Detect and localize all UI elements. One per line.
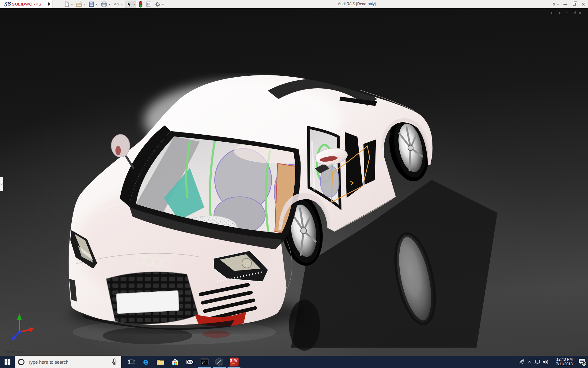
options-gear-icon — [155, 1, 161, 7]
solidworks-logo: ƷS SOLIDWORKS — [0, 0, 53, 8]
search-placeholder: Type here to search — [28, 359, 69, 365]
select-cursor-icon — [126, 1, 132, 7]
restore-button[interactable] — [570, 0, 579, 8]
window-title: Audi R8 S [Read-only] — [338, 2, 376, 6]
network-button[interactable] — [533, 356, 541, 368]
hidden-icons-chevron[interactable] — [526, 356, 533, 368]
windows-logo-icon — [4, 358, 11, 365]
start-button[interactable] — [0, 356, 15, 368]
brand-works: WORKS — [25, 2, 41, 6]
undo-icon — [113, 1, 120, 7]
featuremanager-flyout-tab[interactable] — [0, 177, 3, 191]
cortana-icon[interactable] — [18, 359, 24, 365]
options-dropdown-caret[interactable] — [162, 4, 164, 5]
open-dropdown-caret[interactable] — [83, 4, 86, 5]
document-window-controls: ✕ — [548, 10, 584, 16]
action-center-button[interactable]: 2 — [576, 356, 588, 368]
action-center-icon: 2 — [577, 357, 586, 366]
select-dropdown-caret[interactable] — [133, 4, 135, 5]
restore-icon — [573, 3, 576, 6]
speaker-icon — [542, 358, 549, 366]
network-icon — [534, 358, 541, 366]
command-prompt-icon: C:\ — [200, 358, 209, 366]
open-document-button[interactable] — [75, 1, 87, 8]
task-view-button[interactable] — [124, 356, 138, 368]
doc-close-button[interactable]: ✕ — [577, 10, 584, 16]
doc-restore-icon — [572, 12, 575, 14]
print-dropdown-caret[interactable] — [108, 4, 111, 5]
new-document-button[interactable] — [63, 1, 74, 8]
taskbar-app-file-explorer[interactable] — [153, 356, 168, 368]
taskbar-app-edge[interactable]: e — [138, 356, 153, 368]
minimize-button[interactable] — [560, 0, 570, 8]
flyout-arrow-icon — [1, 183, 2, 185]
menu-flyout-arrow-icon[interactable] — [48, 2, 50, 6]
graphics-area[interactable]: ✕ — [0, 8, 588, 356]
volume-button[interactable] — [541, 356, 549, 368]
taskbar-app-mail[interactable] — [183, 356, 197, 368]
people-button[interactable] — [518, 356, 526, 368]
taskbar: Type here to search e — [0, 356, 588, 368]
undo-dropdown-caret[interactable] — [121, 4, 123, 5]
system-tray: 12:43 PM 7/11/2018 2 — [518, 356, 588, 368]
select-tool-button[interactable] — [125, 1, 136, 8]
close-button[interactable]: ✕ — [579, 0, 588, 8]
ds-logo-glyph: ƷS — [4, 1, 11, 7]
new-document-icon — [64, 1, 70, 7]
mail-icon — [186, 358, 194, 366]
rebuild-button[interactable] — [137, 1, 144, 8]
orientation-triad — [11, 313, 34, 340]
options-button[interactable] — [154, 1, 165, 8]
print-icon — [101, 1, 107, 7]
new-dropdown-caret[interactable] — [71, 4, 73, 5]
save-dropdown-caret[interactable] — [96, 4, 98, 5]
print-button[interactable] — [100, 1, 111, 8]
view-orientation-label: *Dimetric — [5, 349, 23, 354]
svg-text:2: 2 — [583, 362, 585, 365]
window-controls: ? ✕ — [551, 0, 588, 8]
people-icon — [518, 358, 525, 366]
chevron-up-icon — [526, 358, 533, 365]
display-pane-button[interactable] — [556, 10, 563, 16]
solidworks-2017-icon: S W 2017 — [230, 358, 239, 366]
doc-minimize-icon — [565, 13, 568, 13]
help-dropdown-caret[interactable] — [557, 4, 559, 5]
file-properties-button[interactable] — [145, 1, 153, 8]
tray-time: 12:43 PM — [551, 357, 573, 362]
rebuild-traffic-light-icon — [138, 1, 143, 8]
task-view-icon — [127, 358, 135, 366]
taskbar-app-command-prompt[interactable]: C:\ — [197, 356, 212, 368]
svg-text:e: e — [143, 357, 149, 366]
save-button[interactable] — [88, 1, 99, 8]
tray-date: 7/11/2018 — [551, 362, 573, 366]
save-floppy-icon — [89, 1, 95, 7]
open-folder-icon — [76, 1, 82, 7]
display-pane-icon — [557, 11, 561, 15]
file-explorer-icon — [156, 358, 165, 366]
help-button[interactable]: ? — [551, 0, 560, 8]
doc-minimize-button[interactable] — [563, 10, 570, 16]
microphone-icon[interactable] — [110, 358, 118, 366]
undo-button[interactable] — [112, 1, 124, 8]
doc-close-icon: ✕ — [579, 11, 582, 15]
minimize-icon — [564, 4, 567, 5]
featuremanager-pane-button[interactable] — [548, 10, 556, 16]
title-bar: ƷS SOLIDWORKS — [0, 0, 588, 8]
file-properties-icon — [146, 1, 152, 7]
svg-text:C:\: C:\ — [202, 361, 205, 363]
taskbar-app-hexagon[interactable] — [212, 356, 227, 368]
store-icon — [171, 358, 179, 366]
taskbar-app-store[interactable] — [168, 356, 183, 368]
tray-clock[interactable]: 12:43 PM 7/11/2018 — [551, 357, 574, 366]
brand-solid: SOLID — [12, 2, 25, 6]
taskbar-app-solidworks-2017[interactable]: S W 2017 — [227, 356, 241, 368]
quick-access-toolbar — [63, 0, 166, 8]
taskbar-search-input[interactable]: Type here to search — [15, 356, 121, 368]
edge-icon: e — [141, 357, 150, 366]
featuremanager-pane-icon — [550, 11, 554, 15]
car-model-render — [0, 8, 588, 356]
hexagon-app-icon — [215, 357, 224, 366]
doc-restore-button[interactable] — [570, 10, 577, 16]
